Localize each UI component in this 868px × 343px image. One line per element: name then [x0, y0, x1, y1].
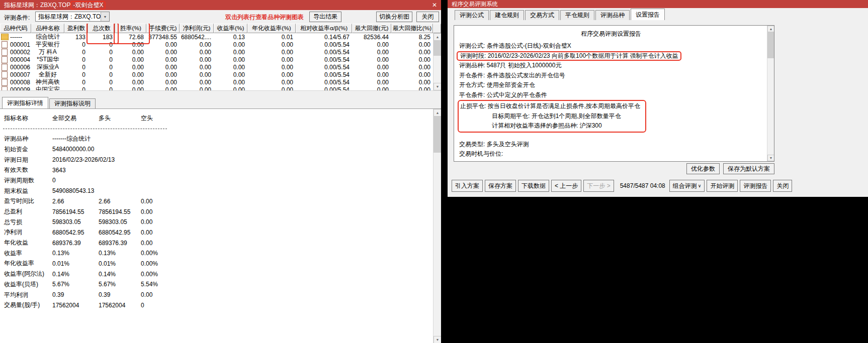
table-row[interactable]: 000007全新好000.000.000.000.000.000.00/5.54…: [0, 71, 441, 78]
value-cell: 0.00: [391, 71, 433, 78]
summary-grid-icon: [1, 34, 9, 40]
value-cell: 0.00/5.54: [296, 49, 352, 56]
value-cell: 133: [64, 34, 88, 41]
value-cell: 0: [64, 79, 88, 86]
value-cell: 0.00: [214, 49, 247, 56]
import-plan-button[interactable]: 引入方案: [452, 180, 483, 192]
scrollbar-thumb[interactable]: [433, 41, 441, 56]
value-cell: 0.00: [146, 56, 180, 63]
export-results-button[interactable]: 导出结果: [309, 12, 341, 22]
stats-scrollbar[interactable]: ▲ ▼: [433, 109, 441, 343]
table-row[interactable]: 000006深振业A000.000.000.000.000.000.00/5.5…: [0, 63, 441, 71]
scroll-up-icon[interactable]: ▲: [433, 33, 441, 41]
tab-close-rules[interactable]: 平仓规则: [560, 10, 594, 20]
right-window-titlebar[interactable]: 程序交易评测系统: [448, 0, 868, 8]
indicator-tabs: 评测指标详情评测指标说明: [0, 90, 441, 108]
column-header[interactable]: 收益率(%): [214, 24, 247, 33]
table-row[interactable]: 000009中国宝安000.000.000.000.000.000.00/5.5…: [0, 86, 441, 90]
value-cell: 0.00/5.54: [296, 56, 352, 63]
table-row[interactable]: 000002万 科A000.000.000.000.000.000.00/5.5…: [0, 48, 441, 56]
stats-value: 0.01%: [48, 260, 95, 267]
tab-trade-mode[interactable]: 交易方式: [525, 10, 559, 20]
symbol-code: 000009: [10, 86, 30, 91]
close-report-button[interactable]: 关闭: [773, 180, 792, 192]
column-header[interactable]: 品种代码: [0, 24, 31, 33]
stats-label: 初始资金: [0, 145, 48, 154]
scroll-down-icon[interactable]: ▼: [767, 155, 774, 161]
column-header[interactable]: 净利润(元): [180, 24, 214, 33]
scroll-up-icon[interactable]: ▲: [433, 109, 441, 117]
value-cell: 0.00: [180, 71, 214, 78]
close-button[interactable]: 关闭: [416, 12, 439, 22]
column-header[interactable]: 品种名称: [31, 24, 64, 33]
stats-value: 0.00: [137, 208, 152, 215]
download-data-button[interactable]: 下载数据: [518, 180, 549, 192]
eval-report-button[interactable]: 评测报告: [740, 180, 771, 192]
value-cell: 0.00: [352, 79, 391, 86]
table-row[interactable]: 000004*ST国华000.000.000.000.000.000.00/5.…: [0, 56, 441, 63]
stats-value: 0.00%: [137, 260, 158, 267]
table-row[interactable]: 000008神州高铁000.000.000.000.000.000.00/5.5…: [0, 78, 441, 86]
scrollbar-thumb[interactable]: [767, 32, 774, 58]
column-header[interactable]: 盈利数: [64, 24, 88, 33]
stats-row: 收益率(阿尔法)0.14%0.14%0.00%: [0, 269, 441, 279]
stats-label: 总亏损: [0, 218, 48, 226]
value-cell: 82536.44: [352, 34, 391, 41]
combo-eval-button[interactable]: 组合评测∨: [669, 180, 705, 192]
wizard-tabs: 评测公式建仓规则交易方式平仓规则评测品种设置报告: [448, 8, 868, 20]
column-header[interactable]: 相对收益率α/β(%): [296, 24, 352, 33]
optimize-params-button[interactable]: 优化参数: [686, 163, 720, 174]
table-body: ------综合统计13318372.68377348.556880542...…: [0, 33, 441, 90]
scroll-up-icon[interactable]: ▲: [767, 26, 774, 32]
tab-indicator-notes[interactable]: 评测指标说明: [49, 98, 96, 108]
table-scrollbar[interactable]: ▲ ▼: [433, 33, 441, 90]
scroll-down-icon[interactable]: ▼: [433, 83, 441, 90]
save-plan-button[interactable]: 保存方案: [485, 180, 516, 192]
value-cell: 0: [88, 79, 115, 86]
value-cell: 0.00: [214, 56, 247, 63]
column-header[interactable]: 手续费(元): [146, 24, 180, 33]
stats-value: 3643: [48, 167, 95, 174]
settings-report-text: 程序交易评测设置报告 评测公式: 条件选股公式-(日线)-双剑合璧X评测时段: …: [459, 29, 763, 159]
value-cell: 0.00: [115, 86, 146, 91]
save-as-default-button[interactable]: 保存为默认方案: [723, 163, 774, 174]
column-header[interactable]: 总次数: [88, 24, 115, 33]
column-header[interactable]: 胜率(%): [115, 24, 146, 33]
value-cell: 0: [64, 56, 88, 63]
tab-eval-symbols[interactable]: 评测品种: [595, 10, 630, 20]
left-window-titlebar[interactable]: 指标星球网：ZBXQ.TOP-双剑合璧X ✕: [0, 0, 441, 10]
wizard-content: 程序交易评测设置报告 评测公式: 条件选股公式-(日线)-双剑合璧X评测时段: …: [448, 20, 868, 197]
report-scrollbar[interactable]: ▲ ▼: [767, 26, 774, 161]
value-cell: 0.13: [214, 34, 247, 41]
tab-open-rules[interactable]: 建仓规则: [490, 10, 524, 20]
scrollbar-thumb[interactable]: [433, 117, 441, 153]
column-header[interactable]: 年化收益率(%): [247, 24, 296, 33]
close-icon[interactable]: ✕: [432, 2, 437, 9]
start-eval-button[interactable]: 开始评测: [707, 180, 738, 192]
tab-indicator-details[interactable]: 评测指标详情: [2, 97, 48, 108]
combo-arrow-icon[interactable]: ▼: [101, 12, 109, 21]
table-row[interactable]: 000001平安银行000.000.000.000.000.000.00/5.5…: [0, 41, 441, 48]
symbol-code: 000004: [10, 56, 30, 63]
column-header[interactable]: 最大回撤(元): [352, 24, 391, 33]
stats-row: 评测品种-------综合统计: [0, 134, 441, 144]
value-cell: 0.00: [247, 86, 296, 91]
table-row[interactable]: ------综合统计13318372.68377348.556880542...…: [0, 33, 441, 41]
dashed-divider: [0, 124, 441, 134]
tab-settings-report[interactable]: 设置报告: [631, 9, 665, 20]
tab-eval-formula[interactable]: 评测公式: [455, 10, 489, 20]
value-cell: 377348.55: [146, 34, 180, 41]
scroll-down-icon[interactable]: ▼: [433, 336, 441, 343]
value-cell: 0.00: [391, 86, 433, 91]
stats-value: 0.00: [137, 291, 152, 298]
symbol-code-cell: 000004: [0, 56, 31, 63]
stats-header: 全部交易: [48, 114, 95, 123]
prev-step-button[interactable]: < 上一步: [551, 180, 581, 192]
stats-label: 年化收益率: [0, 259, 48, 268]
condition-combobox[interactable]: 指标星球网：ZBXQ.TOP ▼: [35, 12, 110, 22]
column-header[interactable]: 最大回撤比(%): [391, 24, 433, 33]
switch-analysis-chart-button[interactable]: 切换分析图: [376, 12, 412, 22]
next-step-button[interactable]: 下一步 >: [583, 180, 614, 192]
double-click-hint: 双击列表行查看品种评测图表: [225, 13, 304, 22]
stats-value: 7856194.55: [48, 208, 95, 215]
